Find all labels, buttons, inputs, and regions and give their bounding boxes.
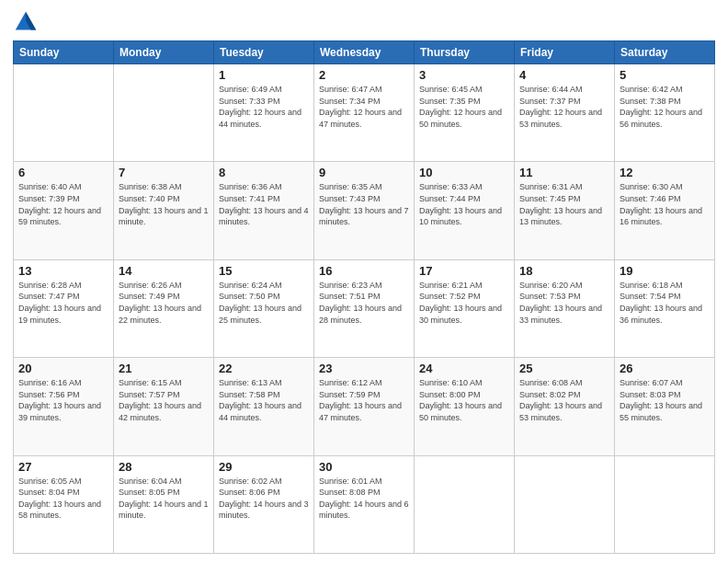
- calendar-cell: 10Sunrise: 6:33 AM Sunset: 7:44 PM Dayli…: [415, 162, 515, 259]
- weekday-header-wednesday: Wednesday: [314, 41, 415, 64]
- day-info: Sunrise: 6:42 AM Sunset: 7:38 PM Dayligh…: [620, 84, 710, 130]
- calendar-cell: 14Sunrise: 6:26 AM Sunset: 7:49 PM Dayli…: [114, 259, 214, 357]
- logo-icon: [13, 9, 39, 35]
- day-number: 23: [319, 362, 409, 375]
- day-info: Sunrise: 6:38 AM Sunset: 7:40 PM Dayligh…: [119, 181, 209, 227]
- day-info: Sunrise: 6:33 AM Sunset: 7:44 PM Dayligh…: [419, 181, 509, 227]
- day-number: 13: [18, 264, 108, 278]
- day-info: Sunrise: 6:30 AM Sunset: 7:46 PM Dayligh…: [620, 181, 710, 227]
- week-row-5: 27Sunrise: 6:05 AM Sunset: 8:04 PM Dayli…: [14, 455, 715, 553]
- calendar-header: SundayMondayTuesdayWednesdayThursdayFrid…: [14, 41, 715, 64]
- day-number: 4: [519, 68, 609, 82]
- day-info: Sunrise: 6:15 AM Sunset: 7:57 PM Dayligh…: [119, 377, 209, 423]
- calendar-cell: 6Sunrise: 6:40 AM Sunset: 7:39 PM Daylig…: [14, 162, 114, 259]
- day-info: Sunrise: 6:40 AM Sunset: 7:39 PM Dayligh…: [18, 181, 108, 227]
- calendar-cell: [114, 64, 214, 162]
- calendar-cell: 15Sunrise: 6:24 AM Sunset: 7:50 PM Dayli…: [214, 259, 314, 357]
- calendar-cell: [415, 455, 515, 553]
- weekday-row: SundayMondayTuesdayWednesdayThursdayFrid…: [14, 41, 715, 64]
- day-info: Sunrise: 6:02 AM Sunset: 8:06 PM Dayligh…: [219, 476, 309, 522]
- calendar-cell: 5Sunrise: 6:42 AM Sunset: 7:38 PM Daylig…: [615, 64, 715, 162]
- header: [13, 9, 715, 35]
- calendar-cell: 16Sunrise: 6:23 AM Sunset: 7:51 PM Dayli…: [314, 259, 415, 357]
- day-info: Sunrise: 6:44 AM Sunset: 7:37 PM Dayligh…: [519, 84, 609, 130]
- weekday-header-monday: Monday: [114, 41, 214, 64]
- day-info: Sunrise: 6:07 AM Sunset: 8:03 PM Dayligh…: [620, 377, 710, 423]
- day-number: 14: [119, 264, 209, 278]
- day-info: Sunrise: 6:35 AM Sunset: 7:43 PM Dayligh…: [319, 181, 409, 227]
- calendar-cell: 26Sunrise: 6:07 AM Sunset: 8:03 PM Dayli…: [615, 358, 715, 455]
- calendar-body: 1Sunrise: 6:49 AM Sunset: 7:33 PM Daylig…: [14, 64, 715, 554]
- day-info: Sunrise: 6:20 AM Sunset: 7:53 PM Dayligh…: [519, 280, 609, 326]
- day-number: 12: [620, 166, 710, 179]
- calendar-cell: 8Sunrise: 6:36 AM Sunset: 7:41 PM Daylig…: [214, 162, 314, 259]
- day-number: 26: [620, 362, 710, 375]
- calendar-cell: 11Sunrise: 6:31 AM Sunset: 7:45 PM Dayli…: [515, 162, 615, 259]
- day-number: 18: [519, 264, 609, 278]
- day-number: 30: [319, 460, 409, 474]
- calendar-cell: 21Sunrise: 6:15 AM Sunset: 7:57 PM Dayli…: [114, 358, 214, 455]
- day-number: 27: [18, 460, 108, 474]
- calendar-cell: 27Sunrise: 6:05 AM Sunset: 8:04 PM Dayli…: [14, 455, 114, 553]
- calendar-cell: 29Sunrise: 6:02 AM Sunset: 8:06 PM Dayli…: [214, 455, 314, 553]
- calendar-cell: 20Sunrise: 6:16 AM Sunset: 7:56 PM Dayli…: [14, 358, 114, 455]
- week-row-3: 13Sunrise: 6:28 AM Sunset: 7:47 PM Dayli…: [14, 259, 715, 357]
- day-info: Sunrise: 6:08 AM Sunset: 8:02 PM Dayligh…: [519, 377, 609, 423]
- calendar-cell: 9Sunrise: 6:35 AM Sunset: 7:43 PM Daylig…: [314, 162, 415, 259]
- day-number: 3: [419, 68, 509, 82]
- day-number: 25: [519, 362, 609, 375]
- calendar-cell: [14, 64, 114, 162]
- week-row-2: 6Sunrise: 6:40 AM Sunset: 7:39 PM Daylig…: [14, 162, 715, 259]
- calendar-table: SundayMondayTuesdayWednesdayThursdayFrid…: [13, 40, 715, 554]
- day-number: 20: [18, 362, 108, 375]
- calendar-cell: 12Sunrise: 6:30 AM Sunset: 7:46 PM Dayli…: [615, 162, 715, 259]
- calendar-cell: 3Sunrise: 6:45 AM Sunset: 7:35 PM Daylig…: [415, 64, 515, 162]
- day-info: Sunrise: 6:04 AM Sunset: 8:05 PM Dayligh…: [119, 476, 209, 522]
- calendar-cell: 4Sunrise: 6:44 AM Sunset: 7:37 PM Daylig…: [515, 64, 615, 162]
- day-info: Sunrise: 6:26 AM Sunset: 7:49 PM Dayligh…: [119, 280, 209, 326]
- weekday-header-thursday: Thursday: [415, 41, 515, 64]
- day-info: Sunrise: 6:12 AM Sunset: 7:59 PM Dayligh…: [319, 377, 409, 423]
- day-number: 9: [319, 166, 409, 179]
- day-number: 5: [620, 68, 710, 82]
- day-info: Sunrise: 6:36 AM Sunset: 7:41 PM Dayligh…: [219, 181, 309, 227]
- day-info: Sunrise: 6:10 AM Sunset: 8:00 PM Dayligh…: [419, 377, 509, 423]
- week-row-4: 20Sunrise: 6:16 AM Sunset: 7:56 PM Dayli…: [14, 358, 715, 455]
- day-number: 19: [620, 264, 710, 278]
- day-number: 21: [119, 362, 209, 375]
- day-info: Sunrise: 6:49 AM Sunset: 7:33 PM Dayligh…: [219, 84, 309, 130]
- day-info: Sunrise: 6:28 AM Sunset: 7:47 PM Dayligh…: [18, 280, 108, 326]
- calendar-cell: 23Sunrise: 6:12 AM Sunset: 7:59 PM Dayli…: [314, 358, 415, 455]
- day-info: Sunrise: 6:05 AM Sunset: 8:04 PM Dayligh…: [18, 476, 108, 522]
- day-number: 2: [319, 68, 409, 82]
- calendar-cell: 7Sunrise: 6:38 AM Sunset: 7:40 PM Daylig…: [114, 162, 214, 259]
- day-number: 29: [219, 460, 309, 474]
- calendar-cell: [515, 455, 615, 553]
- calendar-cell: 2Sunrise: 6:47 AM Sunset: 7:34 PM Daylig…: [314, 64, 415, 162]
- day-number: 16: [319, 264, 409, 278]
- day-info: Sunrise: 6:21 AM Sunset: 7:52 PM Dayligh…: [419, 280, 509, 326]
- weekday-header-saturday: Saturday: [615, 41, 715, 64]
- day-number: 1: [219, 68, 309, 82]
- calendar-cell: 1Sunrise: 6:49 AM Sunset: 7:33 PM Daylig…: [214, 64, 314, 162]
- day-info: Sunrise: 6:18 AM Sunset: 7:54 PM Dayligh…: [620, 280, 710, 326]
- day-number: 10: [419, 166, 509, 179]
- day-number: 7: [119, 166, 209, 179]
- calendar-cell: 19Sunrise: 6:18 AM Sunset: 7:54 PM Dayli…: [615, 259, 715, 357]
- day-number: 11: [519, 166, 609, 179]
- calendar-cell: 30Sunrise: 6:01 AM Sunset: 8:08 PM Dayli…: [314, 455, 415, 553]
- calendar-cell: 17Sunrise: 6:21 AM Sunset: 7:52 PM Dayli…: [415, 259, 515, 357]
- calendar-cell: 24Sunrise: 6:10 AM Sunset: 8:00 PM Dayli…: [415, 358, 515, 455]
- calendar-cell: [615, 455, 715, 553]
- calendar-cell: 13Sunrise: 6:28 AM Sunset: 7:47 PM Dayli…: [14, 259, 114, 357]
- weekday-header-tuesday: Tuesday: [214, 41, 314, 64]
- day-info: Sunrise: 6:24 AM Sunset: 7:50 PM Dayligh…: [219, 280, 309, 326]
- day-number: 17: [419, 264, 509, 278]
- day-info: Sunrise: 6:01 AM Sunset: 8:08 PM Dayligh…: [319, 476, 409, 522]
- calendar-cell: 28Sunrise: 6:04 AM Sunset: 8:05 PM Dayli…: [114, 455, 214, 553]
- day-info: Sunrise: 6:47 AM Sunset: 7:34 PM Dayligh…: [319, 84, 409, 130]
- day-number: 22: [219, 362, 309, 375]
- day-number: 6: [18, 166, 108, 179]
- page: SundayMondayTuesdayWednesdayThursdayFrid…: [0, 0, 728, 563]
- day-number: 8: [219, 166, 309, 179]
